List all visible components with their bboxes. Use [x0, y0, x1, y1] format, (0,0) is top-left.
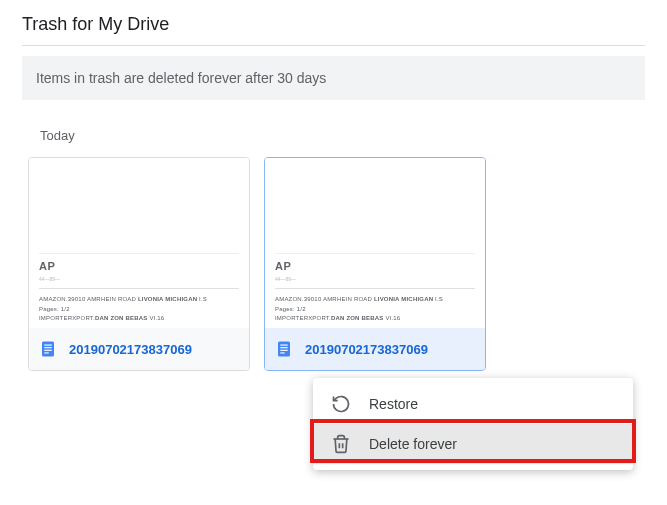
svg-rect-1: [44, 345, 52, 346]
preview-divider: [39, 288, 239, 289]
preview-line3: IMPORTERXPORT.DAN ZON BEBAS VI.16: [39, 314, 239, 324]
menu-item-restore[interactable]: Restore: [313, 384, 633, 424]
svg-rect-7: [280, 347, 288, 348]
svg-rect-4: [44, 352, 49, 353]
preview-sub: 44—89—: [39, 276, 239, 282]
svg-rect-8: [280, 350, 288, 351]
preview-spacer: [39, 170, 239, 254]
file-card-footer: 20190702173837069: [265, 328, 485, 370]
preview-line1: AMAZON.39010 AMRHEIN ROAD LIVONIA MICHIG…: [275, 295, 475, 305]
svg-rect-3: [44, 350, 52, 351]
preview-ap: AP: [39, 260, 239, 272]
preview-line3: IMPORTERXPORT.DAN ZON BEBAS VI.16: [275, 314, 475, 324]
restore-icon: [331, 394, 351, 414]
file-preview: AP 44—89— AMAZON.39010 AMRHEIN ROAD LIVO…: [29, 158, 249, 328]
context-menu: Restore Delete forever: [313, 378, 633, 470]
google-docs-icon: [275, 340, 293, 358]
file-card[interactable]: AP 44—89— AMAZON.39010 AMRHEIN ROAD LIVO…: [28, 157, 250, 371]
menu-item-delete-forever[interactable]: Delete forever: [313, 424, 633, 464]
svg-rect-5: [278, 342, 290, 357]
preview-sub: 44—89—: [275, 276, 475, 282]
header-divider: [22, 45, 645, 46]
file-name-label: 20190702173837069: [305, 342, 428, 357]
banner-text: Items in trash are deleted forever after…: [36, 70, 326, 86]
menu-item-label: Delete forever: [369, 436, 457, 452]
file-card[interactable]: AP 44—89— AMAZON.39010 AMRHEIN ROAD LIVO…: [264, 157, 486, 371]
section-label-today: Today: [0, 100, 667, 157]
page-title: Trash for My Drive: [0, 0, 667, 45]
preview-line2: Pages: 1/2: [39, 305, 239, 315]
trash-icon: [331, 434, 351, 454]
preview-divider: [275, 288, 475, 289]
preview-spacer: [275, 170, 475, 254]
preview-line2: Pages: 1/2: [275, 305, 475, 315]
menu-item-label: Restore: [369, 396, 418, 412]
file-cards-row: AP 44—89— AMAZON.39010 AMRHEIN ROAD LIVO…: [0, 157, 667, 371]
svg-rect-6: [280, 345, 288, 346]
preview-ap: AP: [275, 260, 475, 272]
file-card-footer: 20190702173837069: [29, 328, 249, 370]
file-preview: AP 44—89— AMAZON.39010 AMRHEIN ROAD LIVO…: [265, 158, 485, 328]
svg-rect-2: [44, 347, 52, 348]
trash-info-banner: Items in trash are deleted forever after…: [22, 56, 645, 100]
preview-line1: AMAZON.39010 AMRHEIN ROAD LIVONIA MICHIG…: [39, 295, 239, 305]
svg-rect-0: [42, 342, 54, 357]
file-name-label: 20190702173837069: [69, 342, 192, 357]
google-docs-icon: [39, 340, 57, 358]
svg-rect-9: [280, 352, 285, 353]
